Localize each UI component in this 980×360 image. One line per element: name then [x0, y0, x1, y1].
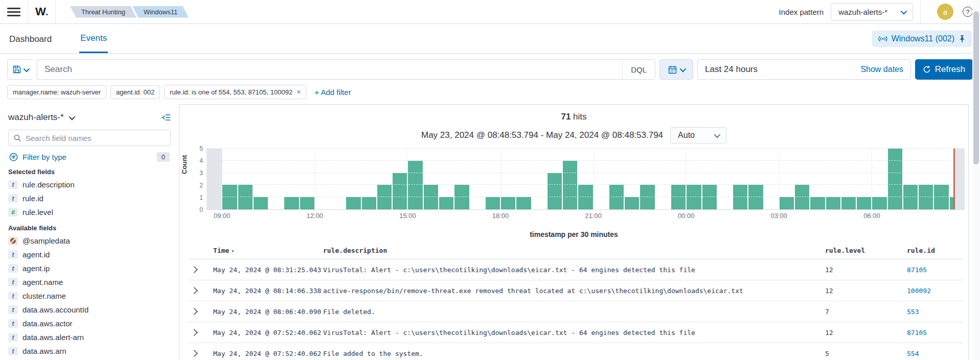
histogram-bar[interactable] — [919, 185, 933, 209]
refresh-button[interactable]: Refresh — [915, 59, 973, 80]
histogram-bar[interactable] — [934, 185, 948, 209]
histogram-bar[interactable] — [872, 197, 886, 209]
expand-row-icon[interactable] — [191, 308, 198, 315]
histogram-bar[interactable] — [284, 197, 299, 209]
histogram-bar[interactable] — [810, 197, 825, 209]
histogram-bar[interactable] — [548, 173, 562, 209]
add-filter-button[interactable]: + Add filter — [314, 88, 351, 97]
histogram-bar[interactable] — [516, 197, 531, 209]
collapse-sidebar-icon[interactable] — [162, 113, 171, 122]
histogram-bar[interactable] — [408, 161, 422, 209]
histogram-bar[interactable] — [780, 197, 794, 209]
rule-id-link[interactable]: 87105 — [907, 266, 927, 274]
field-search-input[interactable] — [26, 134, 165, 142]
histogram-bar[interactable] — [857, 197, 871, 209]
column-header-rule-description[interactable]: rule.description — [323, 247, 825, 254]
column-header-rule-id[interactable]: rule.id — [907, 247, 963, 254]
histogram-bar[interactable] — [748, 185, 763, 209]
date-picker-button[interactable] — [659, 59, 693, 80]
histogram-bar[interactable] — [377, 185, 392, 209]
help-icon[interactable]: ? — [963, 7, 973, 17]
histogram-bar[interactable] — [609, 185, 624, 209]
field-item-agent-name[interactable]: t agent.name — [8, 275, 171, 289]
column-header-time[interactable]: Time▾ — [213, 247, 323, 254]
histogram-chart[interactable]: Count 543210 09:0012:0015:0018:0021:0000… — [179, 149, 965, 229]
histogram-bar[interactable] — [578, 185, 592, 209]
avatar[interactable]: a — [937, 4, 953, 20]
filter-by-type-button[interactable]: Filter by type — [22, 153, 66, 161]
breadcrumb-windows11[interactable]: Windows11 — [132, 6, 189, 18]
histogram-bar[interactable] — [424, 185, 438, 209]
page-scrollbar[interactable] — [972, 0, 980, 360]
search-input[interactable] — [37, 60, 622, 79]
filter-pill-manager-name[interactable]: manager.name: wazuh-server — [7, 85, 106, 99]
histogram-bar[interactable] — [841, 197, 856, 209]
column-header-rule-level[interactable]: rule.level — [825, 247, 907, 254]
sidebar-index-pattern-select[interactable]: wazuh-alerts-* — [8, 112, 74, 123]
filter-pill-rule-id[interactable]: rule.id: is one of 554, 553, 87105, 1000… — [164, 85, 306, 99]
histogram-bar[interactable] — [346, 197, 360, 209]
field-item-data-aws-actor[interactable]: t data.aws.actor — [8, 317, 171, 330]
expand-row-icon[interactable] — [191, 329, 198, 336]
rule-id-link[interactable]: 87105 — [907, 329, 927, 337]
histogram-bar[interactable] — [888, 149, 902, 209]
field-item-rule-description[interactable]: t rule.description — [8, 178, 171, 191]
histogram-bar[interactable] — [625, 197, 639, 209]
interval-select[interactable]: Auto — [670, 127, 726, 143]
histogram-bar[interactable] — [362, 197, 376, 209]
histogram-bar[interactable] — [238, 185, 253, 209]
histogram-bar[interactable] — [702, 185, 717, 209]
histogram-bar[interactable] — [640, 185, 654, 209]
histogram-bar[interactable] — [393, 173, 407, 209]
remove-filter-icon[interactable]: × — [297, 88, 301, 96]
expand-row-icon[interactable] — [191, 350, 198, 357]
tab-dashboard[interactable]: Dashboard — [8, 25, 53, 53]
field-item-cluster-name[interactable]: t cluster.name — [8, 289, 171, 303]
chart-plot-area[interactable] — [207, 149, 965, 210]
agent-selector-button[interactable]: Windows11 (002) — [872, 31, 972, 47]
scrollbar-thumb[interactable] — [973, 11, 979, 164]
index-pattern-select[interactable]: wazuh-alerts-* — [831, 3, 913, 21]
field-item-data-aws-accountid[interactable]: t data.aws.accountId — [8, 303, 171, 317]
histogram-bar[interactable] — [439, 197, 453, 209]
rule-id-link[interactable]: 100092 — [907, 287, 931, 295]
wazuh-logo[interactable]: W. — [35, 5, 48, 18]
histogram-bar[interactable] — [903, 185, 918, 209]
cell-time: May 24, 2024 @ 07:52:40.062 — [213, 350, 323, 357]
field-item-data-aws-arn[interactable]: t data.aws.arn — [8, 344, 171, 358]
save-query-button[interactable] — [7, 59, 33, 80]
events-table: Time▾ rule.description rule.level rule.i… — [189, 247, 963, 360]
histogram-bar[interactable] — [671, 185, 686, 209]
field-item-rule-id[interactable]: t rule.id — [8, 191, 171, 205]
expand-row-icon[interactable] — [191, 266, 198, 273]
expand-row-icon[interactable] — [191, 287, 198, 294]
tab-events[interactable]: Events — [79, 24, 108, 53]
histogram-bar[interactable] — [300, 197, 314, 209]
field-item-rule-level[interactable]: # rule.level — [8, 205, 171, 219]
time-range-control[interactable]: Last 24 hours Show dates — [697, 59, 911, 80]
rule-id-link[interactable]: 554 — [907, 350, 919, 357]
dql-button[interactable]: DQL — [622, 60, 655, 79]
histogram-bar[interactable] — [454, 185, 469, 209]
histogram-bar[interactable] — [563, 161, 577, 209]
filter-pill-agent-id[interactable]: agent.id: 002 — [110, 85, 160, 99]
show-dates-link[interactable]: Show dates — [860, 65, 903, 74]
field-item-data-aws-created-at[interactable]: t data.aws.created-at — [8, 358, 171, 360]
menu-hamburger-icon[interactable] — [7, 8, 20, 16]
rule-id-link[interactable]: 553 — [907, 308, 919, 316]
histogram-bar[interactable] — [826, 197, 840, 209]
pin-icon[interactable] — [959, 35, 966, 43]
breadcrumb-threat-hunting[interactable]: Threat Hunting — [70, 6, 136, 18]
field-item-agent-id[interactable]: t agent.id — [8, 248, 171, 261]
histogram-bar[interactable] — [486, 197, 500, 209]
histogram-bar[interactable] — [222, 185, 237, 209]
histogram-bar[interactable] — [501, 197, 515, 209]
field-item-sampledata[interactable]: @sampledata — [8, 234, 171, 248]
histogram-bar[interactable] — [795, 185, 809, 209]
field-item-data-aws-alert-arn[interactable]: t data.aws.alert-arn — [8, 330, 171, 344]
histogram-bar[interactable] — [254, 197, 268, 209]
histogram-bar[interactable] — [733, 185, 747, 209]
field-item-agent-ip[interactable]: t agent.ip — [8, 261, 171, 275]
histogram-bar[interactable] — [687, 185, 701, 209]
table-row: May 24, 2024 @ 08:31:25.043 VirusTotal: … — [189, 259, 963, 280]
